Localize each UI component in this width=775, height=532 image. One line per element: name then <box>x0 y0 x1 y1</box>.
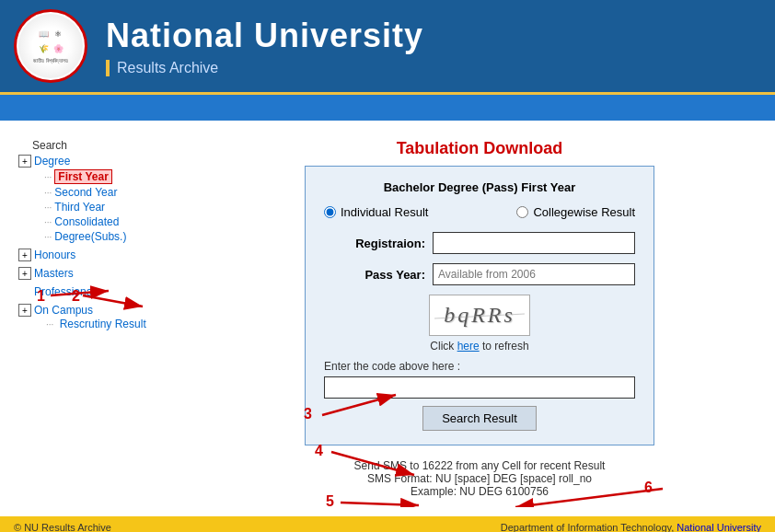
radio-collegewise-label: Collegewise Result <box>533 205 635 219</box>
annotation-number-4: 4 <box>315 443 323 459</box>
passyear-label: Pass Year: <box>324 268 425 282</box>
radio-collegewise-option[interactable]: Collegewise Result <box>516 205 635 219</box>
annotation-number-5: 5 <box>326 493 334 510</box>
tabulation-title: Tabulation Download <box>221 139 738 158</box>
on-campus-expand-icon[interactable]: + <box>18 304 31 317</box>
form-box-title: Bachelor Degree (Pass) First Year <box>324 180 635 194</box>
tree: + Degree First Year Second Year Third Ye… <box>18 154 202 330</box>
footer-left: © NU Results Archive <box>14 522 111 532</box>
radio-individual[interactable] <box>324 206 336 218</box>
degree-children: First Year Second Year Third Year Consol… <box>37 168 202 244</box>
sms-line1: Send SMS to 16222 from any Cell for rece… <box>221 459 738 472</box>
sidebar-item-second-year[interactable]: Second Year <box>37 185 202 200</box>
form-box: Bachelor Degree (Pass) First Year Indivi… <box>305 166 654 445</box>
sidebar-item-honours[interactable]: + Honours <box>18 248 202 262</box>
content-wrapper: Search + Degree First Year Second Year T… <box>0 121 775 516</box>
results-archive-label: Results Archive <box>117 60 218 76</box>
radio-row: Individual Result Collegewise Result <box>324 205 635 219</box>
captcha-enter-label: Enter the code above here : <box>324 360 635 373</box>
sidebar-item-on-campus[interactable]: + On Campus <box>18 303 202 318</box>
radio-individual-label: Individual Result <box>341 205 428 219</box>
first-year-label: First Year <box>54 169 111 184</box>
degree-label: Degree <box>34 155 70 168</box>
on-campus-label: On Campus <box>34 304 93 317</box>
consolidated-label: Consolidated <box>54 215 119 228</box>
annotation-number-1: 1 <box>37 288 45 305</box>
passyear-input[interactable] <box>433 263 635 285</box>
annotation-number-3: 3 <box>304 406 312 422</box>
nav-bar <box>0 95 775 121</box>
sidebar-item-degree[interactable]: + Degree <box>18 154 202 168</box>
sidebar-item-rescrutiny[interactable]: Rescrutiny Result <box>46 318 202 330</box>
passyear-row: Pass Year: <box>324 263 635 285</box>
form-area: Tabulation Download Bachelor Degree (Pas… <box>202 134 757 503</box>
sidebar: Search + Degree First Year Second Year T… <box>18 134 202 503</box>
footer-right-prefix: Department of Information Technology, <box>501 522 677 532</box>
professional-section: Professional <box>18 284 202 299</box>
university-logo: 📖⚛ 🌾🌸 জাতীয় বিশ্ববিদ্যালয় <box>14 9 87 83</box>
honours-section: + Honours <box>18 248 202 262</box>
masters-label: Masters <box>34 267 74 280</box>
subtitle-bar <box>106 60 110 76</box>
search-result-button[interactable]: Search Result <box>422 406 537 431</box>
captcha-refresh-text: Click here to refresh <box>324 340 635 353</box>
search-label: Search <box>32 139 202 152</box>
captcha-refresh-prefix: Click <box>430 340 457 353</box>
degree-subs-label: Degree(Subs.) <box>54 230 126 243</box>
footer-nu-link[interactable]: National University <box>677 522 761 532</box>
degree-expand-icon[interactable]: + <box>18 155 31 168</box>
footer-right: Department of Information Technology, Na… <box>501 522 761 532</box>
sms-line2: SMS Format: NU [space] DEG [space] roll_… <box>221 472 738 485</box>
registration-label: Registraion: <box>324 237 425 250</box>
masters-section: + Masters <box>18 266 202 281</box>
on-campus-section: + On Campus <box>18 303 202 318</box>
masters-expand-icon[interactable]: + <box>18 267 31 280</box>
annotation-number-6: 6 <box>644 480 653 496</box>
sms-line3: Example: NU DEG 6100756 <box>221 485 738 498</box>
annotation-number-2: 2 <box>72 288 80 305</box>
honours-expand-icon[interactable]: + <box>18 249 31 261</box>
registration-input[interactable] <box>433 232 635 254</box>
captcha-text: bqRRs <box>444 303 515 327</box>
third-year-label: Third Year <box>54 201 105 214</box>
radio-collegewise[interactable] <box>516 206 528 218</box>
radio-individual-option[interactable]: Individual Result <box>324 205 428 219</box>
captcha-image: bqRRs <box>429 295 530 336</box>
registration-row: Registraion: <box>324 232 635 254</box>
logo-text: জাতীয় বিশ্ববিদ্যালয় <box>33 58 68 64</box>
university-name: National University <box>106 17 423 55</box>
header-title-block: National University Results Archive <box>106 17 423 76</box>
captcha-refresh-suffix: to refresh <box>480 340 529 353</box>
rescrutiny-label: Rescrutiny Result <box>60 318 146 330</box>
sidebar-item-masters[interactable]: + Masters <box>18 266 202 281</box>
sidebar-item-degree-subs[interactable]: Degree(Subs.) <box>37 229 202 244</box>
sidebar-item-consolidated[interactable]: Consolidated <box>37 214 202 229</box>
honours-label: Honours <box>34 249 75 261</box>
sidebar-item-third-year[interactable]: Third Year <box>37 200 202 214</box>
captcha-input[interactable] <box>324 376 635 399</box>
second-year-label: Second Year <box>54 186 117 199</box>
footer: © NU Results Archive Department of Infor… <box>0 516 775 532</box>
main-content: Search + Degree First Year Second Year T… <box>0 121 775 516</box>
header: 📖⚛ 🌾🌸 জাতীয় বিশ্ববিদ্যালয় National Uni… <box>0 0 775 95</box>
sidebar-item-first-year[interactable]: First Year <box>37 168 202 185</box>
captcha-refresh-link[interactable]: here <box>457 340 480 353</box>
captcha-area: bqRRs Click here to refresh <box>324 295 635 353</box>
sidebar-item-professional[interactable]: Professional <box>18 284 202 299</box>
sms-info: Send SMS to 16222 from any Cell for rece… <box>221 459 738 498</box>
